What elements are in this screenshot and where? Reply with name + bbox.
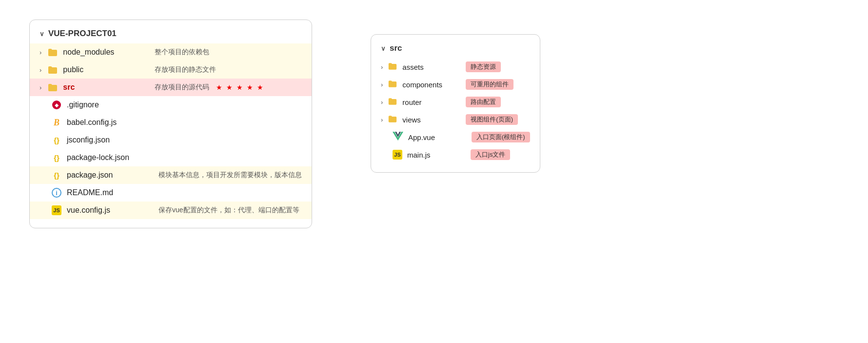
- chevron-right-icon: ›: [39, 84, 41, 91]
- list-item[interactable]: Bbabel.config.js: [30, 114, 312, 131]
- file-badge: 视图组件(页面): [466, 114, 518, 125]
- chevron-right-icon: ›: [381, 81, 383, 88]
- file-name: .gitignore: [67, 101, 150, 109]
- folder-icon: [388, 62, 397, 72]
- js-icon: JS: [393, 150, 402, 160]
- right-panel: ∨ src ›assets静态资源›components可重用的组件›route…: [371, 34, 540, 173]
- file-badge: 入口页面(根组件): [472, 132, 530, 142]
- list-item[interactable]: {}package-lock.json: [30, 149, 312, 166]
- file-name: README.md: [67, 188, 150, 197]
- file-name: router: [402, 98, 456, 106]
- file-badge: 入口js文件: [471, 149, 510, 160]
- left-panel: ∨ VUE-PROJECT01 ›node_modules整个项目的依赖包›pu…: [29, 20, 312, 228]
- file-name: main.js: [407, 151, 461, 159]
- json-icon: {}: [51, 152, 62, 163]
- list-item[interactable]: JSvue.config.js保存vue配置的文件，如：代理、端口的配置等: [30, 202, 312, 219]
- list-item[interactable]: ›router路由配置: [371, 93, 540, 111]
- right-file-list: ›assets静态资源›components可重用的组件›router路由配置›…: [371, 58, 540, 163]
- info-icon: i: [51, 187, 62, 198]
- file-name: babel.config.js: [67, 118, 150, 127]
- file-name: jsconfig.json: [67, 136, 150, 144]
- list-item[interactable]: ›src存放项目的源代码★ ★ ★ ★ ★: [30, 79, 312, 96]
- chevron-right-icon: ›: [381, 63, 383, 71]
- list-item[interactable]: App.vue入口页面(根组件): [371, 128, 540, 146]
- list-item[interactable]: ›node_modules整个项目的依赖包: [30, 43, 312, 61]
- file-name: views: [402, 116, 456, 124]
- importance-stars: ★ ★ ★ ★ ★: [216, 83, 264, 91]
- right-panel-title: ∨ src: [371, 43, 540, 58]
- file-desc: 存放项目的源代码: [155, 83, 209, 92]
- vue-icon: [393, 132, 403, 142]
- file-name: App.vue: [408, 133, 462, 141]
- chevron-right-icon: ›: [381, 116, 383, 123]
- folder-icon: [388, 115, 397, 124]
- file-name: src: [63, 83, 146, 92]
- right-panel-title-text: src: [390, 43, 402, 53]
- left-panel-title: ∨ VUE-PROJECT01: [30, 29, 312, 43]
- json-icon: {}: [51, 170, 62, 181]
- svg-text:◆: ◆: [54, 102, 59, 108]
- folder-icon: [47, 82, 58, 93]
- file-name: node_modules: [63, 48, 146, 57]
- list-item[interactable]: ◆.gitignore: [30, 96, 312, 114]
- svg-text:i: i: [56, 189, 58, 197]
- left-file-list: ›node_modules整个项目的依赖包›public存放项目的静态文件›sr…: [30, 43, 312, 219]
- file-badge: 静态资源: [466, 61, 501, 72]
- file-name: components: [402, 81, 456, 89]
- js-icon: JS: [51, 205, 62, 216]
- file-desc: 模块基本信息，项目开发所需要模块，版本信息: [158, 171, 302, 180]
- folder-icon: [47, 64, 58, 75]
- chevron-right-icon: ›: [381, 99, 383, 106]
- file-name: package.json: [67, 171, 150, 180]
- folder-icon: [388, 80, 397, 89]
- file-badge: 路由配置: [466, 97, 501, 107]
- chevron-right-icon: ›: [39, 49, 41, 56]
- file-name: vue.config.js: [67, 206, 150, 215]
- file-desc: 保存vue配置的文件，如：代理、端口的配置等: [158, 206, 299, 215]
- folder-icon: [47, 47, 58, 58]
- file-desc: 存放项目的静态文件: [155, 65, 216, 74]
- list-item[interactable]: {}jsconfig.json: [30, 131, 312, 149]
- list-item[interactable]: ›views视图组件(页面): [371, 111, 540, 128]
- git-icon: ◆: [51, 100, 62, 110]
- list-item[interactable]: JSmain.js入口js文件: [371, 146, 540, 163]
- file-badge: 可重用的组件: [466, 79, 513, 90]
- list-item[interactable]: {}package.json模块基本信息，项目开发所需要模块，版本信息: [30, 166, 312, 184]
- list-item[interactable]: ›public存放项目的静态文件: [30, 61, 312, 79]
- left-panel-title-text: VUE-PROJECT01: [48, 29, 117, 39]
- list-item[interactable]: iREADME.md: [30, 184, 312, 202]
- folder-icon: [388, 97, 397, 107]
- file-name: package-lock.json: [67, 153, 150, 162]
- babel-letter: B: [54, 118, 59, 128]
- chevron-icon-right: ∨: [381, 45, 386, 52]
- chevron-icon: ∨: [39, 30, 44, 38]
- list-item[interactable]: ›components可重用的组件: [371, 76, 540, 93]
- babel-icon: B: [51, 117, 62, 128]
- file-desc: 整个项目的依赖包: [155, 48, 209, 57]
- chevron-right-icon: ›: [39, 66, 41, 74]
- file-name: assets: [402, 63, 456, 71]
- json-icon: {}: [51, 135, 62, 145]
- list-item[interactable]: ›assets静态资源: [371, 58, 540, 76]
- file-name: public: [63, 65, 146, 74]
